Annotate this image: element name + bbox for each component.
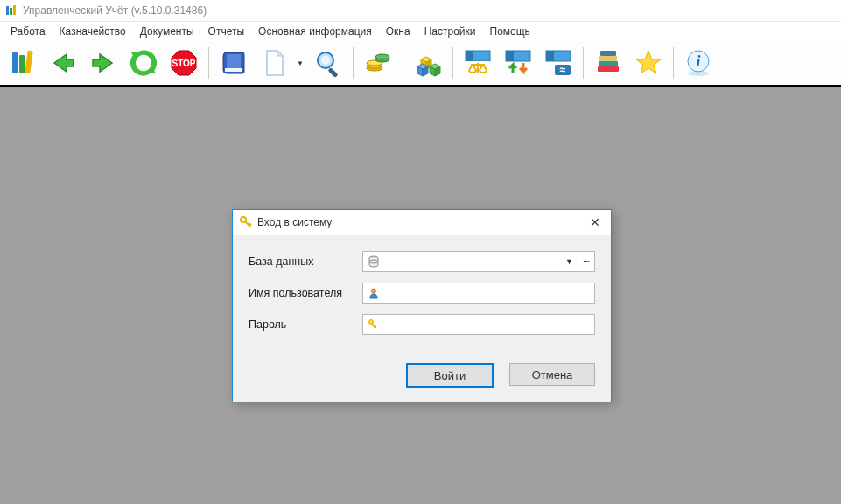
- new-doc-icon: [258, 47, 290, 79]
- window-title: Управленческий Учёт (v.5.10.0.31486): [23, 4, 207, 17]
- svg-point-10: [321, 56, 330, 65]
- toolbar-favorite[interactable]: [629, 44, 668, 82]
- grid-scales-icon: [462, 47, 494, 79]
- svg-point-36: [372, 289, 376, 293]
- svg-rect-27: [599, 61, 618, 66]
- toolbar-new-doc[interactable]: ▼: [255, 44, 307, 82]
- menu-help[interactable]: Помощь: [483, 24, 537, 39]
- menu-settings[interactable]: Настройки: [417, 24, 483, 39]
- toolbar-refresh[interactable]: [124, 44, 163, 82]
- database-select[interactable]: ▼ ···: [362, 251, 595, 272]
- svg-text:i: i: [696, 52, 700, 70]
- toolbar-books-colored[interactable]: [589, 44, 627, 82]
- info-icon: i: [683, 47, 714, 79]
- svg-text:≈: ≈: [560, 64, 566, 76]
- toolbar-info[interactable]: i: [679, 44, 718, 82]
- toolbar-sep: [583, 47, 584, 79]
- favorite-icon: [633, 47, 664, 79]
- toolbar-grid-scales[interactable]: [459, 44, 497, 82]
- books-colored-icon: [592, 47, 624, 79]
- app-books-icon: [7, 47, 39, 79]
- toolbar-cubes[interactable]: [409, 44, 447, 82]
- grid-approx-icon: ≈: [543, 47, 574, 79]
- refresh-icon: [128, 47, 159, 79]
- toolbar-book[interactable]: [214, 44, 253, 82]
- svg-rect-2: [13, 5, 16, 15]
- svg-rect-1: [10, 8, 12, 15]
- toolbar-coins[interactable]: [359, 44, 397, 82]
- menu-maininfo[interactable]: Основная информация: [251, 24, 379, 39]
- toolbar-grid-approx[interactable]: ≈: [539, 44, 578, 82]
- book-icon: [218, 47, 249, 79]
- login-button[interactable]: Войти: [406, 363, 494, 388]
- dialog-buttons: Войти Отмена: [233, 351, 611, 402]
- row-database: База данных ▼ ···: [249, 251, 595, 272]
- key-icon: [240, 216, 252, 228]
- menu-work[interactable]: Работа: [4, 24, 53, 39]
- svg-point-16: [375, 54, 389, 60]
- dialog-close-button[interactable]: ✕: [586, 215, 604, 229]
- svg-text:STOP: STOP: [172, 59, 195, 68]
- password-field[interactable]: [362, 314, 595, 335]
- toolbar-grid-transfer[interactable]: [499, 44, 537, 82]
- database-input[interactable]: [384, 255, 591, 269]
- toolbar: STOP ▼: [0, 41, 841, 87]
- browse-button[interactable]: ···: [583, 256, 589, 268]
- svg-rect-21: [506, 51, 514, 61]
- row-username: Имя пользователя: [249, 283, 595, 304]
- svg-rect-4: [19, 55, 25, 74]
- toolbar-sep: [403, 47, 403, 79]
- svg-rect-0: [6, 6, 9, 15]
- dialog-titlebar: Вход в систему ✕: [233, 210, 611, 235]
- toolbar-search[interactable]: [309, 44, 347, 82]
- toolbar-app-books[interactable]: [4, 44, 42, 82]
- svg-rect-19: [466, 61, 490, 63]
- menu-reports[interactable]: Отчеты: [201, 24, 251, 39]
- svg-rect-18: [466, 51, 473, 61]
- menu-documents[interactable]: Документы: [133, 24, 201, 39]
- username-input[interactable]: [384, 286, 591, 300]
- label-password: Пароль: [249, 318, 362, 331]
- svg-rect-28: [599, 56, 617, 61]
- svg-rect-23: [546, 51, 554, 61]
- coins-icon: [362, 47, 394, 79]
- menubar: Работа Казначейство Документы Отчеты Осн…: [0, 22, 841, 41]
- toolbar-sep: [673, 47, 674, 79]
- label-username: Имя пользователя: [249, 287, 362, 299]
- toolbar-stop[interactable]: STOP: [165, 44, 203, 82]
- toolbar-back[interactable]: [44, 44, 82, 82]
- database-icon: [367, 255, 381, 269]
- menu-windows[interactable]: Окна: [379, 24, 417, 39]
- username-field[interactable]: [362, 283, 595, 304]
- login-dialog: Вход в систему ✕ База данных ▼: [232, 209, 612, 402]
- dropdown-arrow-icon: ▼: [297, 60, 304, 67]
- dropdown-arrow-icon[interactable]: ▼: [565, 257, 573, 266]
- svg-rect-26: [598, 66, 619, 72]
- toolbar-sep: [353, 47, 354, 79]
- titlebar: Управленческий Учёт (v.5.10.0.31486): [0, 0, 841, 22]
- label-database: База данных: [249, 256, 362, 268]
- svg-rect-5: [25, 51, 33, 74]
- svg-rect-29: [600, 51, 616, 56]
- dialog-title-text: Вход в систему: [257, 216, 332, 228]
- app-icon: [5, 4, 18, 17]
- workspace: Вход в систему ✕ База данных ▼: [0, 87, 841, 504]
- toolbar-sep: [208, 47, 209, 79]
- svg-rect-11: [327, 67, 338, 78]
- svg-rect-3: [12, 52, 18, 74]
- menu-treasury[interactable]: Казначейство: [53, 24, 133, 39]
- grid-transfer-icon: [502, 47, 534, 79]
- stop-icon: STOP: [168, 47, 200, 79]
- password-key-icon: [367, 318, 381, 332]
- cancel-button[interactable]: Отмена: [509, 363, 595, 386]
- user-icon: [367, 286, 381, 300]
- toolbar-sep: [452, 47, 453, 79]
- nav-back-icon: [47, 47, 79, 79]
- password-input[interactable]: [384, 318, 591, 332]
- row-password: Пароль: [249, 314, 595, 335]
- search-icon: [312, 47, 344, 79]
- nav-forward-icon: [88, 47, 119, 79]
- toolbar-forward[interactable]: [84, 44, 123, 82]
- svg-rect-8: [225, 68, 242, 72]
- cubes-icon: [412, 47, 444, 79]
